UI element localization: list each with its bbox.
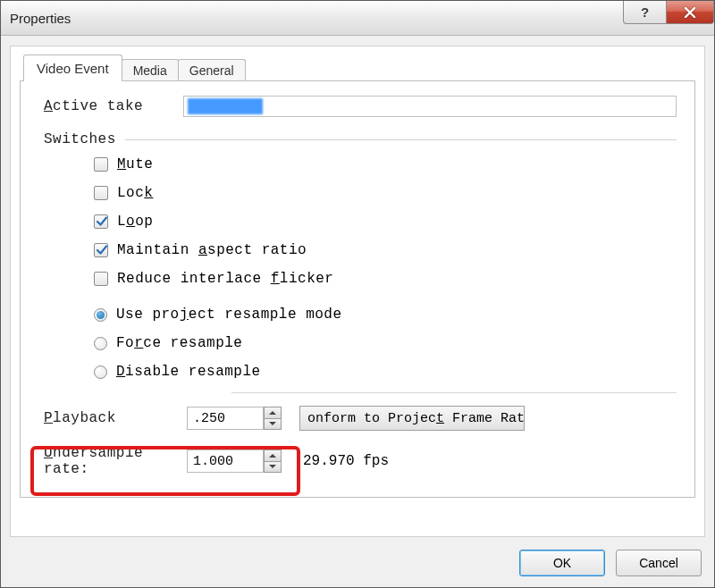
playback-input[interactable]: .250: [187, 407, 264, 430]
client-area: Video Event Media General Active take Sw…: [10, 46, 705, 537]
playback-spin-up[interactable]: [264, 407, 282, 419]
loop-checkbox[interactable]: [94, 214, 108, 229]
lock-checkbox-row[interactable]: Lock: [94, 185, 677, 201]
cancel-button[interactable]: Cancel: [616, 550, 702, 576]
chevron-down-icon: [269, 464, 276, 469]
resample-force-radio[interactable]: [94, 337, 107, 350]
check-icon: [96, 244, 108, 256]
mute-checkbox[interactable]: [94, 157, 108, 172]
resample-project-row[interactable]: Use project resample mode: [94, 307, 677, 323]
undersample-spin-down[interactable]: [264, 462, 282, 474]
aspect-checkbox-row[interactable]: Maintain aspect ratio: [94, 242, 677, 258]
flicker-label: Reduce interlace flicker: [117, 271, 333, 287]
aspect-checkbox[interactable]: [94, 243, 108, 257]
undersample-row: Undersample rate: 1.000 29.970 fps: [44, 445, 677, 477]
resample-project-radio[interactable]: [94, 308, 107, 322]
tab-video-event[interactable]: Video Event: [23, 55, 122, 81]
window-title: Properties: [1, 11, 71, 26]
titlebar: Properties ?: [1, 1, 714, 36]
tab-page-video-event: Active take Switches Mute Lock: [20, 80, 695, 498]
tab-general[interactable]: General: [178, 59, 246, 81]
chevron-up-icon: [269, 410, 276, 416]
help-button[interactable]: ?: [623, 1, 666, 24]
undersample-spin-up[interactable]: [264, 449, 282, 462]
conform-label: onform to Project Frame Rat: [307, 411, 525, 426]
resample-project-label: Use project resample mode: [116, 307, 342, 323]
loop-label: Loop: [117, 214, 153, 230]
fps-readout: 29.970 fps: [303, 453, 389, 469]
mute-checkbox-row[interactable]: Mute: [94, 156, 677, 172]
switches-label: Switches: [44, 131, 116, 147]
undersample-input[interactable]: 1.000: [187, 449, 264, 473]
flicker-checkbox-row[interactable]: Reduce interlace flicker: [94, 271, 677, 287]
conform-frame-rate-button[interactable]: onform to Project Frame Rat: [299, 406, 525, 431]
switches-group-header: Switches: [44, 131, 677, 147]
undersample-spinner: [264, 449, 282, 473]
undersample-label: Undersample rate:: [44, 445, 187, 477]
lock-checkbox[interactable]: [94, 186, 108, 200]
active-take-label: Active take: [44, 98, 183, 114]
active-take-input[interactable]: [183, 96, 677, 117]
check-icon: [96, 215, 108, 228]
lock-label: Lock: [117, 185, 153, 201]
close-icon: [684, 6, 696, 19]
properties-dialog: Properties ? Video Event Media General A…: [0, 0, 715, 588]
playback-row: Playback .250 onform to Project Frame Ra…: [44, 406, 677, 431]
resample-disable-radio[interactable]: [94, 365, 107, 379]
chevron-up-icon: [269, 453, 276, 458]
resample-disable-label: Disable resample: [116, 364, 261, 380]
resample-disable-row[interactable]: Disable resample: [94, 364, 677, 380]
tab-media[interactable]: Media: [122, 59, 179, 81]
mute-label: Mute: [117, 156, 153, 172]
ok-button[interactable]: OK: [519, 550, 605, 576]
switches-separator-line: [125, 139, 677, 140]
loop-checkbox-row[interactable]: Loop: [94, 214, 677, 230]
titlebar-buttons: ?: [623, 1, 714, 26]
resample-force-row[interactable]: Force resample: [94, 335, 677, 351]
resample-force-label: Force resample: [116, 335, 242, 351]
aspect-label: Maintain aspect ratio: [117, 242, 307, 258]
playback-label: Playback: [44, 410, 187, 426]
playback-spinner: [264, 407, 282, 430]
help-icon: ?: [641, 4, 649, 20]
separator: [231, 392, 677, 393]
chevron-down-icon: [269, 421, 276, 426]
text-selection: [188, 98, 263, 114]
active-take-row: Active take: [44, 96, 677, 117]
playback-spin-down[interactable]: [264, 419, 282, 431]
dialog-buttons: OK Cancel: [519, 550, 702, 576]
tabstrip: Video Event Media General: [23, 54, 695, 80]
flicker-checkbox[interactable]: [94, 272, 108, 286]
close-button[interactable]: [666, 1, 714, 24]
